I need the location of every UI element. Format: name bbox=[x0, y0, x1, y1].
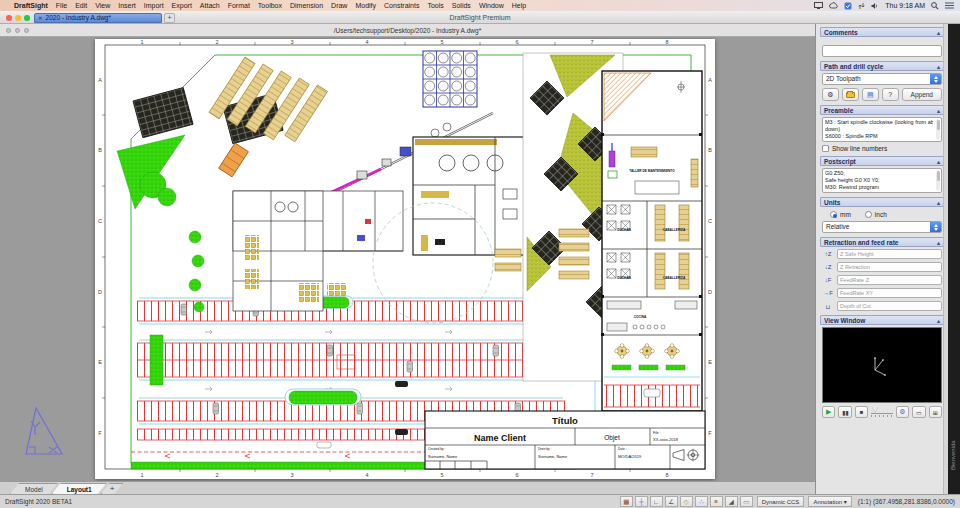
inch-radio[interactable]: inch bbox=[865, 211, 887, 218]
collapse-icon[interactable]: ▴ bbox=[937, 317, 940, 324]
menubar-clock[interactable]: Thu 9:18 AM bbox=[885, 2, 925, 9]
settings-button[interactable]: ⚙ bbox=[896, 406, 909, 418]
menu-insert[interactable]: Insert bbox=[118, 2, 136, 9]
feedrate-xy-input[interactable] bbox=[837, 288, 942, 298]
menu-window[interactable]: Window bbox=[479, 2, 504, 9]
menu-export[interactable]: Export bbox=[172, 2, 192, 9]
display-icon[interactable] bbox=[814, 2, 823, 9]
scrollbar[interactable] bbox=[936, 119, 940, 140]
etrack-toggle[interactable]: ∴ bbox=[695, 496, 708, 507]
svg-text:2: 2 bbox=[215, 472, 218, 478]
tab-model[interactable]: Model bbox=[10, 483, 58, 494]
doc-zoom-button[interactable] bbox=[24, 28, 29, 33]
menu-help[interactable]: Help bbox=[512, 2, 526, 9]
menu-draftsight[interactable]: DraftSight bbox=[14, 2, 48, 9]
folder-icon bbox=[846, 92, 855, 98]
menu-edit[interactable]: Edit bbox=[75, 2, 87, 9]
units-header[interactable]: Units ▴ bbox=[820, 197, 944, 207]
menu-tools[interactable]: Tools bbox=[427, 2, 443, 9]
collapse-icon[interactable]: ▴ bbox=[937, 63, 940, 70]
collapse-icon[interactable]: ▴ bbox=[937, 158, 940, 165]
dropdown-arrows-icon[interactable] bbox=[930, 222, 941, 232]
window-button[interactable]: ▭ bbox=[912, 406, 925, 418]
feedrate-z-input[interactable] bbox=[837, 275, 942, 285]
retraction-header[interactable]: Retraction and feed rate ▴ bbox=[820, 237, 944, 247]
scrollbar[interactable] bbox=[936, 170, 940, 191]
z-retraction-input[interactable] bbox=[837, 262, 942, 272]
grid-button[interactable]: ⊞ bbox=[929, 406, 942, 418]
open-folder-button[interactable] bbox=[842, 88, 859, 101]
esnap-toggle[interactable]: ◇ bbox=[680, 496, 693, 507]
units-mode-dropdown[interactable]: Relative bbox=[822, 221, 942, 233]
menu-attach[interactable]: Attach bbox=[200, 2, 220, 9]
menu-format[interactable]: Format bbox=[228, 2, 250, 9]
depth-of-cut-row: ⊔ bbox=[822, 301, 942, 311]
updown-arrows-icon[interactable] bbox=[858, 2, 865, 10]
doc-close-button[interactable] bbox=[6, 28, 11, 33]
dropdown-arrows-icon[interactable] bbox=[930, 74, 941, 84]
svg-text:7: 7 bbox=[590, 472, 593, 478]
collapse-icon[interactable]: ▴ bbox=[937, 107, 940, 114]
preamble-header[interactable]: Preamble ▴ bbox=[820, 105, 944, 115]
speed-slider[interactable] bbox=[871, 407, 892, 417]
ucs-toggle[interactable]: ◢ bbox=[725, 496, 738, 507]
toolpath-dropdown[interactable]: 2D Toolpath bbox=[822, 73, 942, 85]
lineweight-toggle[interactable]: ≡ bbox=[710, 496, 723, 507]
show-line-numbers-checkbox[interactable] bbox=[822, 145, 829, 152]
simulation-preview[interactable] bbox=[822, 327, 942, 403]
mm-radio[interactable]: mm bbox=[830, 211, 851, 218]
annotation-monitor-toggle[interactable]: ▭ bbox=[740, 496, 753, 507]
slider-handle[interactable] bbox=[872, 407, 878, 413]
menu-toolbox[interactable]: Toolbox bbox=[258, 2, 282, 9]
stop-button[interactable]: ■ bbox=[855, 406, 868, 418]
toolpath-header[interactable]: Path and drill cycle ▴ bbox=[820, 61, 944, 71]
volume-icon[interactable] bbox=[871, 2, 879, 10]
append-button[interactable]: Append bbox=[902, 88, 942, 101]
menu-dimension[interactable]: Dimension bbox=[290, 2, 323, 9]
play-button[interactable]: ▶ bbox=[822, 406, 835, 418]
generate-gcode-button[interactable]: ⚙ bbox=[822, 88, 839, 101]
welcome-edge-tab[interactable]: Bienvenida bbox=[948, 24, 960, 494]
drawing-viewport[interactable]: 12345678 12345678 ABCDEF ABCDEF bbox=[0, 37, 815, 481]
postscript-header[interactable]: Postscript ▴ bbox=[820, 156, 944, 166]
menu-import[interactable]: Import bbox=[144, 2, 164, 9]
menu-solids[interactable]: Solids bbox=[452, 2, 471, 9]
dynamic-ccs-button[interactable]: Dynamic CCS bbox=[757, 496, 805, 507]
collapse-icon[interactable]: ▴ bbox=[937, 199, 940, 206]
annotation-scale-label: Annotation bbox=[813, 499, 842, 505]
preamble-textarea[interactable]: M3 : Start spindle clockwise (looking fr… bbox=[822, 117, 942, 142]
menu-constraints[interactable]: Constraints bbox=[384, 2, 419, 9]
svg-text:Surname, Name: Surname, Name bbox=[538, 454, 568, 459]
svg-text:Name Client: Name Client bbox=[474, 433, 526, 443]
z-safe-height-input[interactable] bbox=[837, 249, 942, 259]
help-button[interactable]: ? bbox=[882, 88, 899, 101]
retraction-title: Retraction and feed rate bbox=[824, 239, 898, 246]
polar-toggle[interactable]: ∠ bbox=[665, 496, 678, 507]
menu-file[interactable]: File bbox=[56, 2, 67, 9]
comments-header[interactable]: Comments ▴ bbox=[820, 27, 944, 37]
notification-center-icon[interactable] bbox=[945, 2, 954, 9]
annotation-scale-dropdown[interactable]: Annotation ▾ bbox=[808, 496, 851, 507]
svg-text:Surname, Name: Surname, Name bbox=[428, 454, 458, 459]
toolpath-list-button[interactable]: ▤ bbox=[862, 88, 879, 101]
menu-view[interactable]: View bbox=[95, 2, 110, 9]
postscript-textarea[interactable]: G0 Z50; Safe height G0 X0 Y0; M30: Rewin… bbox=[822, 168, 942, 193]
depth-of-cut-input[interactable] bbox=[837, 301, 942, 311]
spotlight-search-icon[interactable] bbox=[931, 2, 939, 10]
grid-toggle[interactable]: ┼ bbox=[635, 496, 648, 507]
menu-draw[interactable]: Draw bbox=[331, 2, 347, 9]
cloud-icon[interactable] bbox=[829, 2, 838, 9]
pause-button[interactable]: ▮▮ bbox=[838, 406, 851, 418]
ortho-toggle[interactable]: ∟ bbox=[650, 496, 663, 507]
tab-layout1[interactable]: Layout1 bbox=[52, 483, 107, 494]
view-window-header[interactable]: View Window ▴ bbox=[820, 315, 944, 325]
doc-minimize-button[interactable] bbox=[15, 28, 20, 33]
toolpath-selected: 2D Toolpath bbox=[823, 74, 930, 84]
checkbox-icon[interactable] bbox=[844, 2, 852, 10]
collapse-icon[interactable]: ▴ bbox=[937, 29, 940, 36]
comments-input[interactable] bbox=[822, 45, 942, 57]
collapse-icon[interactable]: ▴ bbox=[937, 239, 940, 246]
snap-toggle[interactable]: ▦ bbox=[620, 496, 633, 507]
menu-modify[interactable]: Modify bbox=[355, 2, 376, 9]
drawing-sheet[interactable]: 12345678 12345678 ABCDEF ABCDEF bbox=[95, 39, 715, 479]
